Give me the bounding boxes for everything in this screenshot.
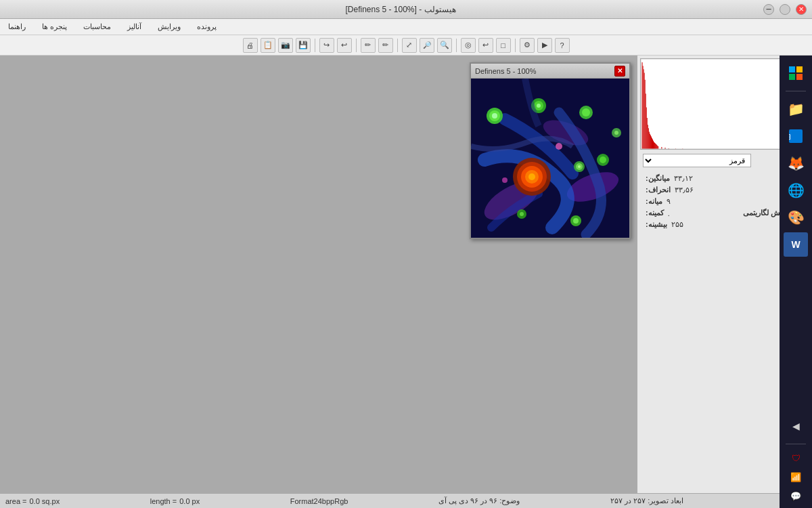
- menu-file[interactable]: پرونده: [194, 21, 219, 33]
- rotate-right-btn[interactable]: ↪: [319, 38, 334, 53]
- dimensions-value: ابعاد تصویر: ۲۵۷ در ۲۵۷: [610, 496, 683, 505]
- movie-toolbar-btn[interactable]: ▶: [537, 38, 552, 53]
- windows-taskbar: 📁 ⊞ 🦊 🌐 🎨 W ◀ 🛡 📶 💬 ⌨ FA ق.ظ 06:17 جمعه: [780, 56, 812, 508]
- format-value: Format24bppRgb: [290, 497, 348, 505]
- min-pair: . کمینه:: [646, 209, 695, 217]
- settings-toolbar-btn[interactable]: ⚙: [520, 38, 535, 53]
- draw-btn[interactable]: ✏: [378, 38, 393, 53]
- svg-text:⊞: ⊞: [789, 132, 791, 142]
- min-label: کمینه:: [646, 209, 664, 217]
- float-window-title: Definens 5 - 100%: [475, 67, 537, 75]
- canvas-area: ✕ Definens 5 - 100%: [0, 56, 637, 493]
- max-label: بیشینه:: [646, 220, 667, 229]
- windows-store-icon[interactable]: ⊞: [784, 124, 808, 148]
- svg-point-40: [537, 104, 541, 108]
- stddev-value: ۳۳٫۵۶: [675, 186, 702, 194]
- zoom-in-btn[interactable]: 🔍: [437, 38, 452, 53]
- svg-point-60: [502, 177, 508, 183]
- toolbar-separator-4: [356, 39, 357, 52]
- svg-point-46: [573, 218, 579, 224]
- svg-rect-62: [796, 66, 803, 72]
- mean-value: ۳۳٫۱۲: [674, 174, 701, 183]
- svg-point-53: [528, 173, 535, 180]
- select-toolbar-btn[interactable]: □: [496, 38, 511, 53]
- max-pair: ۲۵۵ بیشینه:: [646, 220, 698, 229]
- camera-btn[interactable]: 📷: [278, 38, 293, 53]
- svg-point-42: [582, 108, 590, 117]
- svg-rect-65: [789, 129, 803, 143]
- svg-point-44: [600, 156, 606, 163]
- zoom-out-btn[interactable]: 🔎: [420, 38, 434, 53]
- mean-pair: ۳۳٫۱۲ میانگین:: [646, 174, 701, 183]
- svg-rect-63: [789, 74, 795, 80]
- median-value: ۹: [667, 197, 694, 206]
- menu-help[interactable]: راهنما: [5, 21, 28, 33]
- toolbar-separator-3: [397, 39, 398, 52]
- minimize-button[interactable]: ─: [763, 4, 774, 15]
- wifi-icon[interactable]: 📶: [788, 469, 804, 485]
- paint-icon[interactable]: 🎨: [784, 205, 808, 230]
- float-image-window: ✕ Definens 5 - 100%: [470, 62, 631, 239]
- message-icon[interactable]: 💬: [788, 488, 804, 504]
- resolution-value: وضوح: ۹۶ در ۹۶ دی پی آی: [438, 496, 520, 505]
- dimensions-section: ابعاد تصویر: ۲۵۷ در ۲۵۷: [610, 496, 683, 505]
- min-value: .: [668, 209, 695, 217]
- title-bar-controls: ✕ ─: [763, 4, 807, 15]
- area-label: area =: [5, 497, 27, 505]
- svg-point-48: [520, 212, 524, 216]
- float-title-bar: ✕ Definens 5 - 100%: [471, 64, 629, 79]
- taskbar-divider-1: [786, 91, 806, 91]
- circle-toolbar-btn[interactable]: ◎: [461, 38, 476, 53]
- main-wrapper: کانال قرمز سبز آبی همه سطح: ۳۳٫۱۲ میانگی…: [0, 56, 812, 493]
- menu-analyze[interactable]: آنالیز: [125, 21, 144, 33]
- area-value: 0.0 sq.px: [30, 497, 60, 505]
- svg-point-59: [556, 143, 562, 150]
- toolbar: ? ▶ ⚙ □ ↩ ◎ 🔍 🔎 ⤢ ✏ ✏ ↩ ↪ 💾 📷 📋 🖨: [0, 35, 812, 56]
- resolution-section: وضوح: ۹۶ در ۹۶ دی پی آی: [438, 496, 520, 505]
- svg-point-37: [492, 113, 497, 119]
- menu-edit[interactable]: ویرایش: [155, 21, 183, 33]
- antivirus-icon[interactable]: 🛡: [788, 450, 804, 466]
- clipboard-btn[interactable]: 📋: [261, 38, 275, 53]
- svg-point-56: [578, 165, 581, 168]
- length-value: 0.0 px: [179, 497, 200, 505]
- firefox-icon[interactable]: 🦊: [784, 151, 808, 175]
- help-toolbar-btn[interactable]: ?: [555, 38, 570, 53]
- menu-calculate[interactable]: محاسبات: [81, 21, 114, 33]
- windows-start-icon[interactable]: [784, 61, 808, 85]
- area-section: area = 0.0 sq.px: [5, 497, 60, 505]
- channel-select[interactable]: قرمز سبز آبی همه: [643, 154, 751, 167]
- float-close-button[interactable]: ✕: [614, 66, 625, 77]
- window-title: هیستولب - [Definens 5 - 100%]: [345, 5, 455, 14]
- mean-label: میانگین:: [646, 174, 670, 183]
- max-value: ۲۵۵: [671, 220, 698, 229]
- format-section: Format24bppRgb: [290, 497, 348, 505]
- menu-windows[interactable]: پنجره ها: [39, 21, 70, 33]
- collapse-icon[interactable]: ◀: [784, 414, 808, 438]
- save-btn[interactable]: 💾: [296, 38, 311, 53]
- undo-toolbar-btn[interactable]: ↩: [478, 38, 493, 53]
- chrome-icon[interactable]: 🌐: [784, 178, 808, 203]
- stddev-pair: ۳۳٫۵۶ انحراف:: [646, 186, 702, 194]
- title-bar: ✕ ─ هیستولب - [Definens 5 - 100%]: [0, 0, 812, 19]
- svg-point-58: [614, 131, 618, 135]
- micro-svg: [471, 79, 629, 238]
- taskbar-divider-2: [786, 444, 806, 444]
- median-label: میانه:: [646, 197, 662, 206]
- zoom-fit-btn[interactable]: ⤢: [402, 38, 417, 53]
- toolbar-separator-5: [315, 39, 315, 52]
- length-label: length =: [150, 497, 177, 505]
- print-btn[interactable]: 🖨: [243, 38, 258, 53]
- toolbar-separator-2: [456, 39, 457, 52]
- close-button[interactable]: ✕: [796, 4, 807, 15]
- float-image: [471, 79, 629, 238]
- toolbar-separator-1: [515, 39, 516, 52]
- draw2-btn[interactable]: ✏: [361, 38, 376, 53]
- word-icon[interactable]: W: [784, 232, 808, 257]
- file-explorer-icon[interactable]: 📁: [784, 97, 808, 121]
- svg-rect-61: [789, 66, 795, 72]
- length-section: length = 0.0 px: [150, 497, 200, 505]
- rotate-left-btn[interactable]: ↩: [337, 38, 352, 53]
- maximize-button[interactable]: [780, 4, 790, 15]
- menu-bar: پرونده ویرایش آنالیز محاسبات پنجره ها را…: [0, 19, 812, 35]
